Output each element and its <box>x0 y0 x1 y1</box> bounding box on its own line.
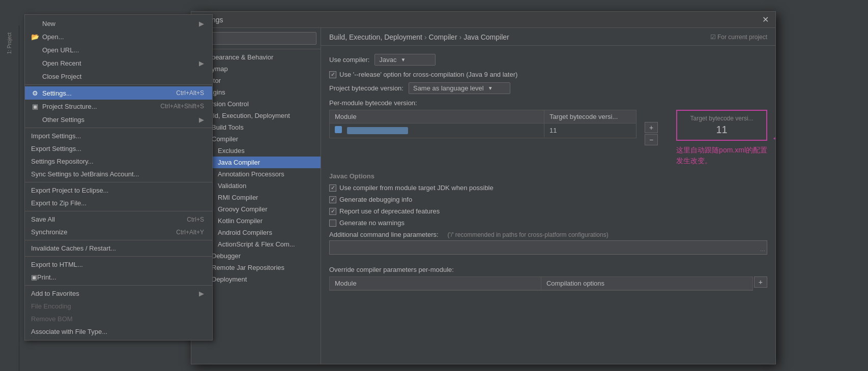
release-option-label: Use '--release' option for cross-compila… <box>339 71 517 78</box>
menu-save-all[interactable]: Save All Ctrl+S <box>25 213 212 226</box>
cb-label-gen-debug: Generate debugging info <box>339 196 412 203</box>
menu-open[interactable]: 📂 Open... <box>25 30 212 43</box>
cb-use-compiler-jdk[interactable] <box>329 184 336 192</box>
override-module-header: Module <box>330 277 541 290</box>
module-name-blurred <box>347 127 408 134</box>
menu-file-encoding: File Encoding <box>25 300 212 313</box>
tree-label-java-compiler: Java Compiler <box>218 159 260 166</box>
use-compiler-select[interactable]: Javac ▼ <box>374 54 436 66</box>
release-option-row: Use '--release' option for cross-compila… <box>329 71 767 78</box>
add-module-button[interactable]: + <box>645 122 658 133</box>
menu-open-recent[interactable]: Open Recent ▶ <box>25 56 212 70</box>
separator-5 <box>25 240 212 240</box>
menu-close-project[interactable]: Close Project <box>25 70 212 83</box>
menu-other-settings[interactable]: Other Settings ▶ <box>25 113 212 126</box>
menu-associate-file-type[interactable]: Associate with File Type... <box>25 325 212 338</box>
cb-label-report-deprecated: Report use of deprecated features <box>339 207 440 215</box>
annotation-text: 这里自动跟随pom.xml的配置发生改变。 <box>676 145 767 166</box>
cmd-params-label: Additional command line parameters: <box>329 231 439 238</box>
menu-project-structure[interactable]: ▣ Project Structure... Ctrl+Alt+Shift+S <box>25 100 212 113</box>
override-add-button[interactable]: + <box>754 276 767 288</box>
version-box: Target bytecode versi... 11 <box>676 110 767 141</box>
checkbox-gen-debug: Generate debugging info <box>329 196 767 203</box>
open-url-icon <box>31 46 39 54</box>
breadcrumb-build: Build, Execution, Deployment <box>329 33 422 41</box>
menu-settings-repo[interactable]: Settings Repository... <box>25 155 212 168</box>
menu-export-zip[interactable]: Export to Zip File... <box>25 197 212 209</box>
menu-settings[interactable]: ⚙ Settings... Ctrl+Alt+S <box>25 86 212 100</box>
breadcrumb-sep-1: › <box>424 33 427 41</box>
menu-import-settings[interactable]: Import Settings... <box>25 130 212 142</box>
compiler-select-arrow: ▼ <box>400 57 406 63</box>
new-icon <box>31 19 39 27</box>
open-icon: 📂 <box>31 33 39 41</box>
other-settings-icon <box>31 115 39 123</box>
tree-label-excludes: Excludes <box>218 147 245 154</box>
table-header: Module Target bytecode versi... <box>330 110 636 123</box>
tree-label-remote-jar: Remote Jar Repositories <box>212 264 284 271</box>
menu-invalidate-caches[interactable]: Invalidate Caches / Restart... <box>25 242 212 255</box>
menu-print[interactable]: ▣ Print... <box>25 271 212 284</box>
tree-label-deployment: Deployment <box>212 275 247 283</box>
annotation-arrow: ← <box>771 132 775 145</box>
dialog-titlebar: Settings ✕ <box>191 12 775 28</box>
bytecode-select-arrow: ▼ <box>488 85 493 91</box>
table-buttons: + − <box>645 110 658 145</box>
override-table: Module Compilation options <box>329 276 753 291</box>
cb-report-deprecated[interactable] <box>329 208 336 215</box>
dialog-body: ▶ Appearance & Behavior Keymap ▶ Editor … <box>191 28 775 364</box>
project-tab[interactable]: 1: Project <box>7 33 12 54</box>
annotation-text-area: 这里自动跟随pom.xml的配置发生改变。 <box>676 145 767 166</box>
module-table-area: Module Target bytecode versi... 11 <box>329 110 767 166</box>
module-header-cell: Module <box>330 110 544 123</box>
module-table: Module Target bytecode versi... 11 <box>329 110 636 138</box>
override-compilation-header: Compilation options <box>541 277 753 290</box>
settings-search-input[interactable] <box>195 32 316 45</box>
breadcrumb-sep-2: › <box>459 33 462 41</box>
cb-gen-no-warnings[interactable] <box>329 220 336 227</box>
settings-right-panel: Build, Execution, Deployment › Compiler … <box>321 28 775 364</box>
menu-add-favorites[interactable]: Add to Favorites ▶ <box>25 287 212 300</box>
release-option-checkbox[interactable] <box>329 71 336 78</box>
bytecode-version-select[interactable]: Same as language level ▼ <box>409 82 510 94</box>
cmd-params-row: Additional command line parameters: ('/'… <box>329 231 767 238</box>
separator-6 <box>25 256 212 257</box>
use-compiler-row: Use compiler: Javac ▼ <box>329 54 767 66</box>
menu-export-eclipse[interactable]: Export Project to Eclipse... <box>25 184 212 197</box>
menu-new[interactable]: New ▶ <box>25 17 212 30</box>
cmd-params-hint: ('/' recommended in paths for cross-plat… <box>448 231 609 238</box>
tree-label-kotlin-compiler: Kotlin Compiler <box>218 217 263 225</box>
tree-label-actionscript: ActionScript & Flex Com... <box>218 240 295 248</box>
separator-2 <box>25 128 212 128</box>
tree-label-validation: Validation <box>218 182 246 190</box>
bytecode-version-label: Project bytecode version: <box>329 84 403 92</box>
open-recent-icon <box>31 59 39 67</box>
cb-gen-debug[interactable] <box>329 196 336 203</box>
separator-7 <box>25 285 212 286</box>
menu-export-html[interactable]: Export to HTML... <box>25 258 212 271</box>
separator-4 <box>25 211 212 211</box>
target-header-cell: Target bytecode versi... <box>544 110 636 123</box>
menu-export-settings[interactable]: Export Settings... <box>25 142 212 155</box>
tree-label-build: Build, Execution, Deployment <box>204 112 290 119</box>
menu-open-url[interactable]: Open URL... <box>25 43 212 56</box>
file-dropdown-menu: New ▶ 📂 Open... Open URL... Open Recent … <box>24 14 213 341</box>
tree-label-compiler: Compiler <box>212 135 238 143</box>
javac-options-label: Javac Options <box>329 172 767 180</box>
cmd-input-expand[interactable]: ⋯ <box>760 248 765 254</box>
breadcrumb-java-compiler: Java Compiler <box>464 33 509 41</box>
tree-label-annotation-processors: Annotation Processors <box>218 170 284 178</box>
cmd-params-input[interactable] <box>329 240 767 255</box>
override-table-header: Module Compilation options <box>330 277 753 290</box>
menu-synchronize[interactable]: Synchronize Ctrl+Alt+Y <box>25 226 212 238</box>
settings-content: Use compiler: Javac ▼ Use '--release' op… <box>321 46 775 364</box>
settings-icon: ⚙ <box>31 89 39 97</box>
table-row[interactable]: 11 <box>330 123 636 138</box>
dialog-close-button[interactable]: ✕ <box>761 16 769 24</box>
remove-module-button[interactable]: − <box>645 134 658 145</box>
tree-label-debugger: Debugger <box>212 252 241 260</box>
checkbox-report-deprecated: Report use of deprecated features <box>329 207 767 215</box>
cb-label-use-compiler-jdk: Use compiler from module target JDK when… <box>339 184 494 192</box>
target-version-cell: 11 <box>544 124 636 137</box>
menu-sync-settings[interactable]: Sync Settings to JetBrains Account... <box>25 168 212 180</box>
